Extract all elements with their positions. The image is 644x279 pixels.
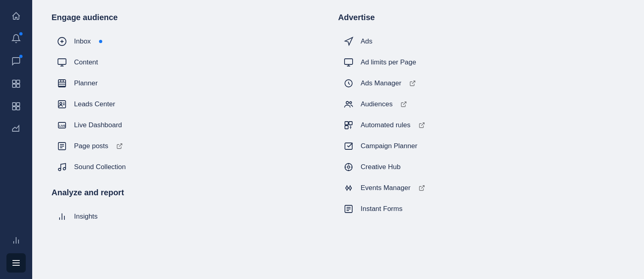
svg-rect-22: [58, 101, 66, 108]
analyze-section-title: Analyze and report: [52, 188, 314, 197]
instantforms-icon: [343, 203, 354, 215]
autorules-label: Automated rules: [361, 121, 411, 129]
creativehub-icon: [343, 161, 354, 173]
ads-item[interactable]: Ads: [338, 32, 601, 51]
menu-icon[interactable]: [6, 253, 26, 273]
ads-menu-icon: [343, 36, 354, 47]
svg-text:LIVE: LIVE: [59, 124, 66, 127]
svg-rect-15: [58, 59, 66, 64]
advertise-section-title: Advertise: [338, 13, 601, 22]
svg-point-41: [346, 101, 349, 104]
events-external-icon: [419, 185, 425, 191]
ads-sidebar-icon[interactable]: [6, 119, 26, 138]
instantforms-label: Instant Forms: [361, 205, 402, 213]
content-item[interactable]: Content: [52, 53, 314, 72]
creativehub-item[interactable]: Creative Hub: [338, 157, 601, 177]
svg-rect-5: [12, 107, 16, 110]
svg-rect-48: [345, 143, 352, 149]
pageposts-label: Page posts: [74, 142, 108, 150]
svg-line-47: [421, 123, 424, 126]
content-label: Content: [74, 58, 98, 66]
pageposts-external-icon: [116, 143, 123, 149]
adlimits-label: Ad limits per Page: [361, 58, 416, 66]
svg-rect-4: [12, 103, 16, 106]
events-label: Events Manager: [361, 184, 411, 192]
content-menu-icon: [56, 57, 68, 68]
engage-column: Engage audience Inbox Content Planner: [52, 13, 338, 266]
sound-icon: [56, 161, 68, 173]
svg-rect-2: [12, 84, 16, 87]
svg-point-42: [350, 102, 352, 104]
engage-section-title: Engage audience: [52, 13, 314, 22]
autorules-item[interactable]: Automated rules: [338, 116, 601, 135]
notification-icon[interactable]: [6, 29, 26, 48]
content-sidebar-icon[interactable]: [6, 74, 26, 93]
adlimits-item[interactable]: Ad limits per Page: [338, 53, 601, 72]
svg-rect-3: [17, 84, 20, 87]
audiences-item[interactable]: Audiences: [338, 95, 601, 114]
live-icon: LIVE: [56, 120, 68, 131]
svg-point-55: [346, 187, 348, 189]
sidebar: [0, 0, 32, 279]
pageposts-icon: [56, 141, 68, 152]
leads-label: Leads Center: [74, 100, 115, 108]
live-label: Live Dashboard: [74, 121, 122, 129]
svg-point-33: [58, 168, 61, 171]
inbox-item[interactable]: Inbox: [52, 32, 314, 51]
inbox-label: Inbox: [74, 37, 91, 45]
pageposts-item[interactable]: Page posts: [52, 136, 314, 156]
svg-rect-44: [345, 122, 348, 125]
audiences-external-icon: [400, 101, 407, 107]
svg-rect-38: [345, 59, 353, 64]
planner-icon: [56, 78, 68, 89]
svg-line-40: [412, 81, 415, 84]
campaign-item[interactable]: Campaign Planner: [338, 136, 601, 156]
planner-item[interactable]: Planner: [52, 74, 314, 93]
events-icon: [343, 182, 354, 194]
events-item[interactable]: Events Manager: [338, 178, 601, 198]
insights-label: Insights: [74, 213, 98, 221]
svg-rect-46: [345, 126, 348, 129]
insights-icon: [56, 211, 68, 222]
stats-sidebar-icon[interactable]: [6, 231, 26, 250]
svg-point-56: [349, 187, 351, 189]
sound-item[interactable]: Sound Collection: [52, 157, 314, 177]
planner-label: Planner: [74, 79, 98, 87]
svg-line-32: [119, 144, 122, 147]
adlimits-icon: [343, 57, 354, 68]
instantforms-item[interactable]: Instant Forms: [338, 199, 601, 219]
campaign-icon: [343, 141, 354, 152]
analytics-sidebar-icon[interactable]: [6, 97, 26, 116]
adsmanager-label: Ads Manager: [361, 79, 401, 87]
main-content: Engage audience Inbox Content Planner: [32, 0, 644, 279]
svg-point-50: [347, 166, 350, 168]
audiences-icon: [343, 99, 354, 110]
autorules-external-icon: [419, 122, 425, 128]
svg-line-43: [403, 102, 406, 105]
sound-label: Sound Collection: [74, 163, 126, 171]
svg-rect-7: [17, 107, 20, 110]
inbox-icon: [56, 36, 68, 47]
svg-point-23: [60, 103, 62, 105]
adsmanager-external-icon: [409, 80, 416, 87]
creativehub-label: Creative Hub: [361, 163, 400, 171]
autorules-icon: [343, 120, 354, 131]
home-icon[interactable]: [6, 6, 26, 26]
adsmanager-icon: [343, 78, 354, 89]
insights-item[interactable]: Insights: [52, 207, 314, 226]
svg-line-57: [421, 186, 424, 188]
svg-rect-6: [17, 103, 20, 106]
campaign-label: Campaign Planner: [361, 142, 417, 150]
leads-icon: [56, 99, 68, 110]
live-item[interactable]: LIVE Live Dashboard: [52, 116, 314, 135]
inbox-badge: [99, 40, 102, 43]
svg-rect-1: [17, 80, 20, 83]
advertise-column: Advertise Ads Ad limits per Page Ads Man…: [338, 13, 625, 266]
ads-label: Ads: [361, 37, 372, 45]
svg-rect-45: [349, 122, 352, 125]
message-icon[interactable]: [6, 52, 26, 71]
audiences-label: Audiences: [361, 100, 392, 108]
svg-rect-0: [12, 80, 16, 83]
adsmanager-item[interactable]: Ads Manager: [338, 74, 601, 93]
leads-item[interactable]: Leads Center: [52, 95, 314, 114]
